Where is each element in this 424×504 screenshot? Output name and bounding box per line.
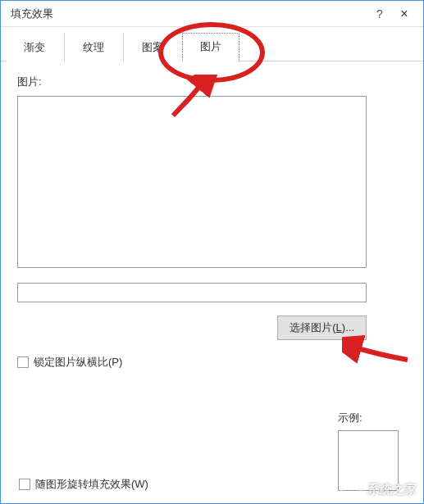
close-button[interactable]: × (392, 7, 417, 21)
rotate-with-shape-checkbox[interactable] (19, 479, 30, 490)
tab-pattern[interactable]: 图案 (123, 33, 182, 61)
tab-texture[interactable]: 纹理 (64, 33, 123, 61)
tab-gradient[interactable]: 渐变 (6, 33, 64, 61)
help-button[interactable]: ? (367, 7, 392, 20)
tab-strip: 渐变 纹理 图案 图片 (1, 32, 423, 61)
lock-aspect-row[interactable]: 锁定图片纵横比(P) (17, 355, 407, 370)
picture-preview-box (17, 96, 367, 268)
example-label: 示例: (338, 411, 399, 425)
select-button-row: 选择图片(L)... (17, 316, 367, 340)
lock-aspect-checkbox[interactable] (17, 356, 29, 368)
select-picture-button[interactable]: 选择图片(L)... (277, 316, 367, 340)
rotate-with-shape-label: 随图形旋转填充效果(W) (35, 477, 148, 492)
dialog-window: 填充效果 ? × 渐变 纹理 图案 图片 图片: 选择图片(L)... 锁定图片… (0, 0, 424, 504)
example-preview-box (338, 430, 399, 491)
content-area: 图片: 选择图片(L)... 锁定图片纵横比(P) (1, 61, 423, 393)
tab-picture[interactable]: 图片 (182, 33, 239, 61)
select-button-key: L (336, 321, 342, 334)
picture-path-input[interactable] (17, 283, 367, 302)
rotate-with-shape-row[interactable]: 随图形旋转填充效果(W) (19, 477, 148, 492)
example-area: 示例: (338, 411, 399, 491)
select-button-prefix: 选择图片( (290, 321, 335, 334)
lock-aspect-label: 锁定图片纵横比(P) (34, 355, 122, 370)
window-title: 填充效果 (11, 7, 367, 21)
titlebar: 填充效果 ? × (1, 1, 423, 27)
picture-section-label: 图片: (17, 75, 407, 89)
select-button-suffix: )... (342, 321, 354, 334)
